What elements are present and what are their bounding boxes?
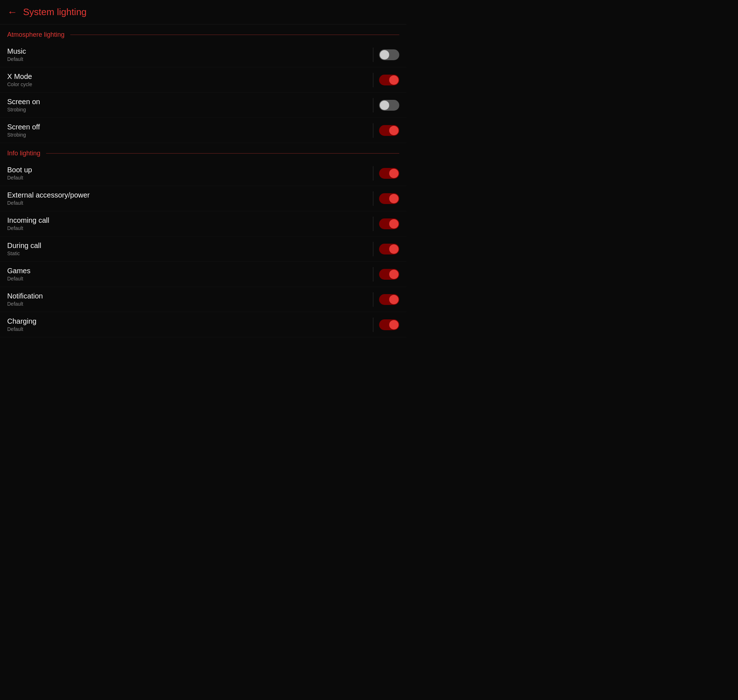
setting-value-incoming_call: Default xyxy=(7,225,373,231)
setting-value-screen_on: Strobing xyxy=(7,107,373,112)
toggle-knob-notification xyxy=(389,295,398,304)
section-header-atmosphere: Atmosphere lighting xyxy=(0,25,406,42)
divider-screen_on xyxy=(373,98,373,112)
setting-name-incoming_call: Incoming call xyxy=(7,216,373,225)
setting-value-x_mode: Color cycle xyxy=(7,81,373,87)
setting-item-during_call[interactable]: During callStatic xyxy=(0,237,406,262)
divider-games xyxy=(373,267,373,281)
toggle-knob-x_mode xyxy=(389,75,398,85)
setting-item-charging[interactable]: ChargingDefault xyxy=(0,312,406,337)
content: Atmosphere lightingMusicDefaultX ModeCol… xyxy=(0,25,406,337)
toggle-container-external_accessory xyxy=(373,191,399,206)
divider-boot_up xyxy=(373,166,373,181)
setting-item-screen_off[interactable]: Screen offStrobing xyxy=(0,118,406,143)
divider-during_call xyxy=(373,242,373,256)
setting-text-incoming_call: Incoming callDefault xyxy=(7,216,373,231)
setting-value-music: Default xyxy=(7,56,373,62)
toggle-container-x_mode xyxy=(373,73,399,87)
section-label-info: Info lighting xyxy=(7,150,40,157)
section-header-info: Info lighting xyxy=(0,143,406,161)
toggle-music[interactable] xyxy=(379,49,399,60)
toggle-container-during_call xyxy=(373,242,399,256)
toggle-boot_up[interactable] xyxy=(379,168,399,179)
setting-value-during_call: Static xyxy=(7,250,373,256)
toggle-container-screen_off xyxy=(373,123,399,138)
toggle-charging[interactable] xyxy=(379,319,399,330)
setting-text-x_mode: X ModeColor cycle xyxy=(7,72,373,87)
setting-text-music: MusicDefault xyxy=(7,47,373,62)
setting-text-boot_up: Boot upDefault xyxy=(7,166,373,181)
section-line-atmosphere xyxy=(70,35,399,35)
setting-item-screen_on[interactable]: Screen onStrobing xyxy=(0,93,406,118)
toggle-knob-boot_up xyxy=(389,169,398,178)
setting-item-games[interactable]: GamesDefault xyxy=(0,262,406,287)
header: ← System lighting xyxy=(0,0,406,25)
setting-value-games: Default xyxy=(7,276,373,281)
setting-value-boot_up: Default xyxy=(7,175,373,181)
toggle-screen_off[interactable] xyxy=(379,125,399,136)
setting-text-during_call: During callStatic xyxy=(7,241,373,256)
divider-charging xyxy=(373,318,373,332)
divider-screen_off xyxy=(373,123,373,138)
toggle-container-incoming_call xyxy=(373,217,399,231)
toggle-knob-external_accessory xyxy=(389,194,398,203)
toggle-knob-screen_on xyxy=(380,101,389,110)
toggle-during_call[interactable] xyxy=(379,244,399,254)
toggle-knob-charging xyxy=(389,320,398,329)
section-line-info xyxy=(46,153,399,154)
setting-item-music[interactable]: MusicDefault xyxy=(0,42,406,68)
toggle-x_mode[interactable] xyxy=(379,75,399,85)
setting-text-notification: NotificationDefault xyxy=(7,292,373,307)
setting-item-notification[interactable]: NotificationDefault xyxy=(0,287,406,312)
setting-name-external_accessory: External accessory/power xyxy=(7,191,373,199)
setting-text-screen_on: Screen onStrobing xyxy=(7,98,373,112)
divider-incoming_call xyxy=(373,217,373,231)
setting-item-x_mode[interactable]: X ModeColor cycle xyxy=(0,68,406,93)
setting-name-games: Games xyxy=(7,267,373,275)
divider-music xyxy=(373,48,373,62)
toggle-container-music xyxy=(373,48,399,62)
toggle-incoming_call[interactable] xyxy=(379,218,399,229)
setting-text-external_accessory: External accessory/powerDefault xyxy=(7,191,373,206)
setting-text-screen_off: Screen offStrobing xyxy=(7,123,373,138)
toggle-knob-screen_off xyxy=(389,126,398,135)
setting-value-charging: Default xyxy=(7,326,373,332)
setting-item-external_accessory[interactable]: External accessory/powerDefault xyxy=(0,186,406,211)
toggle-container-notification xyxy=(373,292,399,307)
toggle-external_accessory[interactable] xyxy=(379,193,399,204)
back-icon[interactable]: ← xyxy=(7,7,17,17)
divider-external_accessory xyxy=(373,191,373,206)
toggle-container-boot_up xyxy=(373,166,399,181)
section-label-atmosphere: Atmosphere lighting xyxy=(7,31,65,38)
toggle-container-screen_on xyxy=(373,98,399,112)
toggle-knob-during_call xyxy=(389,244,398,254)
setting-text-charging: ChargingDefault xyxy=(7,317,373,332)
page-title: System lighting xyxy=(23,6,87,18)
setting-name-charging: Charging xyxy=(7,317,373,325)
setting-name-boot_up: Boot up xyxy=(7,166,373,174)
toggle-container-games xyxy=(373,267,399,281)
setting-name-during_call: During call xyxy=(7,241,373,250)
setting-name-screen_off: Screen off xyxy=(7,123,373,131)
divider-notification xyxy=(373,292,373,307)
setting-name-screen_on: Screen on xyxy=(7,98,373,106)
toggle-notification[interactable] xyxy=(379,294,399,305)
setting-text-games: GamesDefault xyxy=(7,267,373,281)
setting-name-music: Music xyxy=(7,47,373,56)
setting-name-notification: Notification xyxy=(7,292,373,300)
toggle-knob-incoming_call xyxy=(389,219,398,228)
toggle-games[interactable] xyxy=(379,269,399,280)
toggle-screen_on[interactable] xyxy=(379,100,399,111)
toggle-container-charging xyxy=(373,318,399,332)
divider-x_mode xyxy=(373,73,373,87)
toggle-knob-music xyxy=(380,50,389,59)
setting-name-x_mode: X Mode xyxy=(7,72,373,81)
setting-value-notification: Default xyxy=(7,301,373,307)
setting-value-external_accessory: Default xyxy=(7,200,373,206)
toggle-knob-games xyxy=(389,270,398,279)
setting-item-incoming_call[interactable]: Incoming callDefault xyxy=(0,211,406,237)
setting-value-screen_off: Strobing xyxy=(7,132,373,138)
setting-item-boot_up[interactable]: Boot upDefault xyxy=(0,161,406,186)
